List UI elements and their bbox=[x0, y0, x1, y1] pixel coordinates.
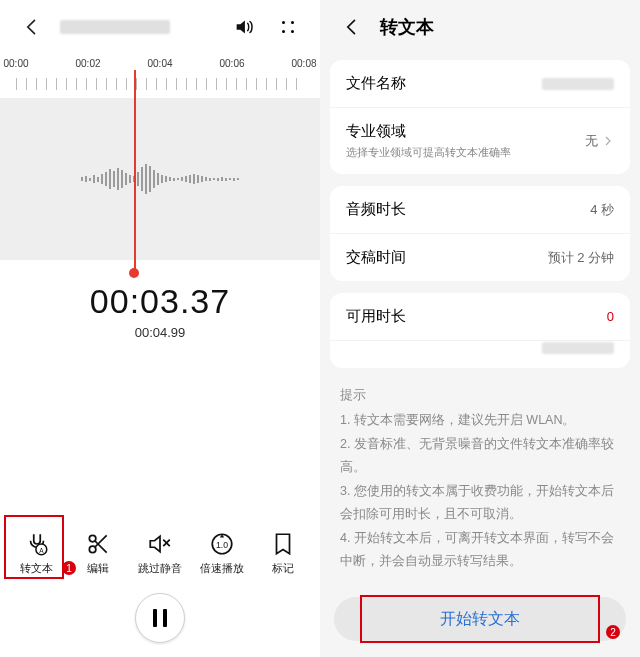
cta-area: 开始转文本 2 bbox=[320, 585, 640, 657]
tool-label: 标记 bbox=[272, 561, 294, 576]
svg-point-3 bbox=[291, 30, 294, 33]
tool-label: 转文本 bbox=[20, 561, 53, 576]
hint-item: 3. 您使用的转文本属于收费功能，开始转文本后会扣除可用时长，且不可取消。 bbox=[340, 480, 620, 525]
row-filename[interactable]: 文件名称 bbox=[330, 60, 630, 107]
card-timing: 音频时长 4 秒 交稿时间 预计 2 分钟 bbox=[330, 186, 630, 281]
svg-text:1.0: 1.0 bbox=[216, 540, 228, 550]
row-label: 音频时长 bbox=[346, 200, 406, 219]
hint-item: 2. 发音标准、无背景噪音的文件转文本准确率较高。 bbox=[340, 433, 620, 478]
row-value: 无 bbox=[585, 132, 598, 150]
row-eta: 交稿时间 预计 2 分钟 bbox=[330, 233, 630, 281]
back-button[interactable] bbox=[14, 9, 50, 45]
row-value: 4 秒 bbox=[590, 201, 614, 219]
chevron-right-icon bbox=[602, 135, 614, 147]
back-arrow-icon bbox=[342, 17, 362, 37]
row-value: 预计 2 分钟 bbox=[548, 249, 614, 267]
hints-section: 提示 1. 转文本需要网络，建议先开启 WLAN。 2. 发音标准、无背景噪音的… bbox=[320, 374, 640, 572]
row-duration: 音频时长 4 秒 bbox=[330, 186, 630, 233]
skip-silence-icon bbox=[147, 531, 173, 557]
svg-text:A: A bbox=[39, 546, 44, 553]
speed-icon: 1.0 bbox=[209, 531, 235, 557]
recording-title bbox=[60, 20, 170, 34]
row-label: 文件名称 bbox=[346, 74, 406, 93]
card-file-domain: 文件名称 专业领域 选择专业领域可提高转文本准确率 无 bbox=[330, 60, 630, 174]
back-button[interactable] bbox=[334, 9, 370, 45]
current-time: 00:03.37 bbox=[0, 282, 320, 321]
svg-point-0 bbox=[282, 21, 285, 24]
quota-detail bbox=[542, 342, 614, 354]
waveform-area[interactable] bbox=[0, 98, 320, 260]
card-quota: 可用时长 0 bbox=[330, 293, 630, 368]
tool-label: 跳过静音 bbox=[138, 561, 182, 576]
player-panel: 00:0000:0200:0400:0600:08 00:03.37 00:04… bbox=[0, 0, 320, 657]
pause-button[interactable] bbox=[135, 593, 185, 643]
speaker-icon bbox=[233, 16, 255, 38]
row-label: 专业领域 bbox=[346, 122, 511, 141]
transcribe-icon: A bbox=[24, 531, 50, 557]
transcribe-panel: 转文本 文件名称 专业领域 选择专业领域可提高转文本准确率 无 音频时长 4 秒… bbox=[320, 0, 640, 657]
tool-transcribe[interactable]: A 转文本 bbox=[9, 523, 65, 583]
player-toolbar: A 转文本 编辑 跳过静音 1.0 倍速播放 标记 bbox=[0, 519, 320, 583]
svg-point-2 bbox=[282, 30, 285, 33]
bookmark-icon bbox=[270, 531, 296, 557]
hint-item: 1. 转文本需要网络，建议先开启 WLAN。 bbox=[340, 409, 620, 432]
callout-badge-1: 1 bbox=[62, 561, 76, 575]
total-time: 00:04.99 bbox=[0, 325, 320, 340]
hint-item: 4. 开始转文本后，可离开转文本界面，转写不会中断，并会自动显示转写结果。 bbox=[340, 527, 620, 572]
callout-badge-2: 2 bbox=[606, 625, 620, 639]
volume-button[interactable] bbox=[226, 9, 262, 45]
edit-icon bbox=[85, 531, 111, 557]
svg-point-1 bbox=[291, 21, 294, 24]
back-arrow-icon bbox=[22, 17, 42, 37]
playback-controls bbox=[0, 583, 320, 657]
expand-icon bbox=[279, 18, 297, 36]
page-title: 转文本 bbox=[380, 15, 434, 39]
tool-mark[interactable]: 标记 bbox=[255, 523, 311, 583]
timeline[interactable]: 00:0000:0200:0400:0600:08 bbox=[0, 54, 320, 90]
player-header bbox=[0, 0, 320, 54]
tool-label: 倍速播放 bbox=[200, 561, 244, 576]
row-label: 交稿时间 bbox=[346, 248, 406, 267]
start-transcribe-button[interactable]: 开始转文本 bbox=[334, 597, 626, 641]
expand-button[interactable] bbox=[270, 9, 306, 45]
playhead-line bbox=[134, 70, 136, 274]
row-quota[interactable]: 可用时长 0 bbox=[330, 293, 630, 340]
transcribe-header: 转文本 bbox=[320, 0, 640, 54]
row-label: 可用时长 bbox=[346, 307, 406, 326]
row-subtext: 选择专业领域可提高转文本准确率 bbox=[346, 145, 511, 160]
row-quota-detail bbox=[330, 340, 630, 368]
tool-label: 编辑 bbox=[87, 561, 109, 576]
filename-value bbox=[542, 78, 614, 90]
tool-edit[interactable]: 编辑 bbox=[70, 523, 126, 583]
playhead-dot bbox=[129, 268, 139, 278]
tool-speed[interactable]: 1.0 倍速播放 bbox=[194, 523, 250, 583]
row-value: 0 bbox=[607, 309, 614, 324]
tool-skip-silence[interactable]: 跳过静音 bbox=[132, 523, 188, 583]
hints-title: 提示 bbox=[340, 384, 620, 407]
row-domain[interactable]: 专业领域 选择专业领域可提高转文本准确率 无 bbox=[330, 107, 630, 174]
